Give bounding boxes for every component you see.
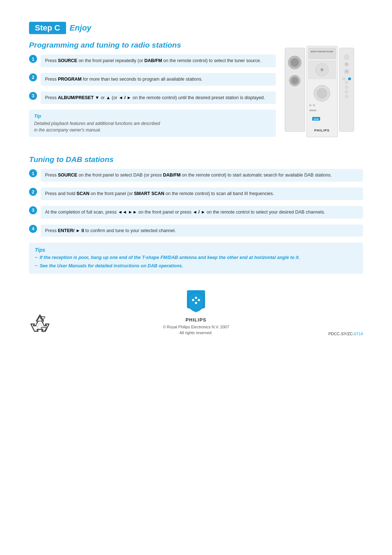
- dab-step-text-2: Press and hold SCAN on the front panel (…: [41, 187, 363, 200]
- philips-text: PHILIPS: [163, 317, 229, 323]
- prog-step-text-3: Press ALBUM/PRESET ▼ or ▲ (or ◄ / ► on t…: [41, 92, 276, 104]
- device-image-col: MICRO THEATER PLAYER DAB PHILIPS: [283, 41, 363, 144]
- prog-step-text-2: Press PROGRAM for more than two seconds …: [41, 73, 276, 86]
- tip-title: Tip: [34, 113, 271, 119]
- svg-rect-7: [309, 48, 336, 59]
- prog-step-text-1: Press SOURCE on the front panel repeated…: [41, 54, 276, 67]
- dab-step-1: 1 Press SOURCE on the front panel to sel…: [29, 169, 363, 182]
- tips-line-1: – If the reception is poor, hang up one …: [35, 254, 357, 261]
- philips-shield-logo: [185, 288, 207, 314]
- tip-box: Tip Detailed playback features and addit…: [29, 110, 276, 137]
- product-code: PDCC-SY/ZC-0714: [328, 332, 363, 336]
- dab-step-4: 4 Press ENTER/ ► II to confirm and tune …: [29, 224, 363, 237]
- tips-bottom-title: Tips: [35, 247, 357, 253]
- page-footer: PHILIPS © Royal Philips Electronics N.V.…: [29, 288, 363, 336]
- tip-text: Detailed playback features and additiona…: [34, 120, 271, 133]
- prog-step-3: 3 Press ALBUM/PRESET ▼ or ▲ (or ◄ / ► on…: [29, 92, 276, 104]
- step-badge: Step C: [29, 22, 66, 34]
- svg-point-3: [290, 58, 299, 67]
- svg-point-25: [342, 77, 345, 80]
- svg-point-13: [317, 88, 327, 98]
- tips-dash-2: –: [35, 263, 37, 270]
- tips-line-2: – See the User Manuals for detailed inst…: [35, 263, 357, 270]
- svg-point-33: [192, 299, 194, 301]
- step-enjoy-label: Enjoy: [70, 23, 91, 33]
- footer-center: PHILIPS © Royal Philips Electronics N.V.…: [163, 288, 229, 336]
- dab-step-num-3: 3: [29, 206, 37, 214]
- programming-instructions: Programming and tuning to radio stations…: [29, 41, 276, 144]
- svg-point-36: [195, 302, 197, 304]
- dab-step-num-4: 4: [29, 225, 37, 233]
- dab-step-2: 2 Press and hold SCAN on the front panel…: [29, 187, 363, 200]
- svg-rect-15: [313, 104, 315, 106]
- prog-step-num-1: 1: [29, 55, 37, 63]
- copyright-text: © Royal Philips Electronics N.V. 2007All…: [163, 324, 229, 336]
- tips-text-2: See the User Manuals for detailed instru…: [40, 263, 183, 270]
- svg-text:MICRO THEATER PLAYER: MICRO THEATER PLAYER: [311, 50, 333, 53]
- programming-section: Programming and tuning to radio stations…: [29, 41, 363, 144]
- svg-point-5: [291, 77, 298, 84]
- dab-step-num-1: 1: [29, 169, 37, 177]
- tips-dash-1: –: [35, 254, 37, 261]
- svg-rect-20: [339, 48, 354, 131]
- tips-text-1: If the reception is poor, hang up one en…: [40, 254, 300, 261]
- svg-point-21: [344, 54, 349, 60]
- dab-title: Tuning to DAB stations: [29, 155, 363, 164]
- svg-text:PHILIPS: PHILIPS: [314, 129, 330, 132]
- dab-section: Tuning to DAB stations 1 Press SOURCE on…: [29, 155, 363, 274]
- dab-step-text-1: Press SOURCE on the front panel to selec…: [41, 169, 363, 182]
- svg-point-24: [346, 70, 348, 73]
- prog-step-num-2: 2: [29, 73, 37, 81]
- dab-step-text-4: Press ENTER/ ► II to confirm and tune to…: [41, 224, 363, 237]
- product-code-text: PDCC-SY/ZC-: [328, 332, 354, 336]
- recycle-icon: [29, 313, 51, 335]
- svg-rect-16: [309, 110, 317, 111]
- svg-point-30: [345, 95, 348, 98]
- svg-point-27: [345, 81, 348, 84]
- product-code-blue: 0714: [354, 332, 363, 336]
- prog-step-1: 1 Press SOURCE on the front panel repeat…: [29, 54, 276, 67]
- recycle-logo: [29, 313, 51, 336]
- svg-text:DAB: DAB: [314, 118, 319, 120]
- prog-step-2: 2 Press PROGRAM for more than two second…: [29, 73, 276, 86]
- svg-point-29: [345, 90, 348, 93]
- step-c-header: Step C Enjoy: [29, 22, 363, 34]
- dab-steps: 1 Press SOURCE on the front panel to sel…: [29, 169, 363, 237]
- device-illustration: MICRO THEATER PLAYER DAB PHILIPS: [283, 41, 356, 142]
- svg-rect-14: [309, 104, 311, 106]
- svg-point-26: [348, 77, 351, 80]
- svg-point-34: [195, 297, 197, 299]
- svg-point-22: [345, 62, 348, 66]
- dab-step-num-2: 2: [29, 188, 37, 196]
- svg-point-11: [320, 68, 323, 71]
- dab-step-3: 3 At the completion of full scan, press …: [29, 206, 363, 219]
- svg-point-35: [198, 299, 200, 301]
- svg-point-31: [36, 319, 44, 329]
- programming-title: Programming and tuning to radio stations: [29, 41, 276, 49]
- dab-step-text-3: At the completion of full scan, press ◄◄…: [41, 206, 363, 219]
- svg-point-28: [345, 86, 348, 89]
- prog-step-num-3: 3: [29, 92, 37, 100]
- tips-bottom-box: Tips – If the reception is poor, hang up…: [29, 243, 363, 274]
